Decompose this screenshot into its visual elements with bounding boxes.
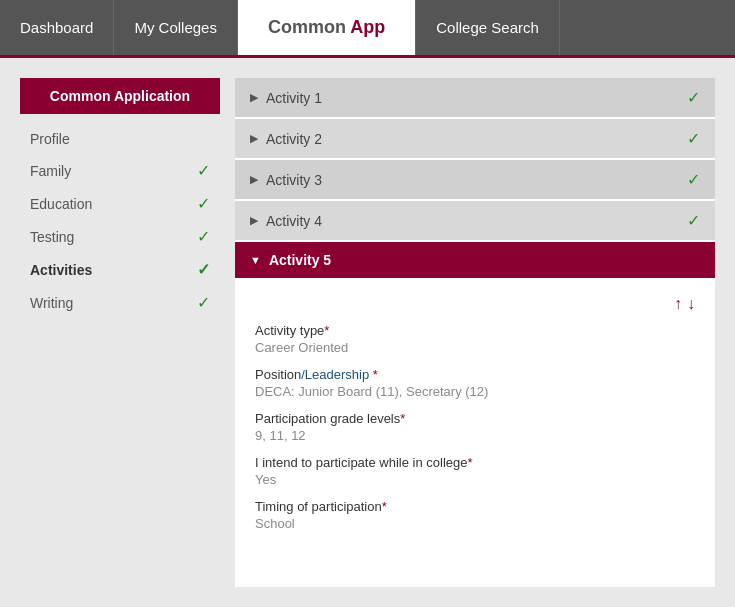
field-timing-required: * bbox=[382, 499, 387, 514]
sidebar-item-education-check: ✓ bbox=[197, 194, 210, 213]
activity-row-1-left: ▶ Activity 1 bbox=[250, 90, 322, 106]
activity-3-label: Activity 3 bbox=[266, 172, 322, 188]
sidebar-item-writing-label: Writing bbox=[30, 295, 73, 311]
sidebar-header: Common Application bbox=[20, 78, 220, 114]
activity-row-2[interactable]: ▶ Activity 2 ✓ bbox=[235, 119, 715, 160]
activity-row-5-left: ▼ Activity 5 bbox=[250, 252, 331, 268]
activity-row-2-left: ▶ Activity 2 bbox=[250, 131, 322, 147]
activity-row-4[interactable]: ▶ Activity 4 ✓ bbox=[235, 201, 715, 242]
sidebar-item-education-label: Education bbox=[30, 196, 92, 212]
activity-3-check: ✓ bbox=[687, 170, 700, 189]
top-nav: Dashboard My Colleges Common App College… bbox=[0, 0, 735, 58]
sidebar: Common Application Profile Family ✓ Educ… bbox=[20, 78, 220, 587]
activity-2-arrow-icon: ▶ bbox=[250, 132, 258, 145]
field-position-leadership: Position/Leadership * DECA: Junior Board… bbox=[255, 367, 695, 399]
field-participate-text: I intend to participate while in college bbox=[255, 455, 467, 470]
field-timing-participation: Timing of participation* School bbox=[255, 499, 695, 531]
activity-1-arrow-icon: ▶ bbox=[250, 91, 258, 104]
tab-common-app-label: Common App bbox=[268, 17, 385, 38]
sidebar-item-activities-label: Activities bbox=[30, 262, 92, 278]
field-timing-value: School bbox=[255, 516, 695, 531]
tab-dashboard[interactable]: Dashboard bbox=[0, 0, 114, 55]
main-content: Common Application Profile Family ✓ Educ… bbox=[0, 58, 735, 607]
field-activity-type: Activity type* Career Oriented bbox=[255, 323, 695, 355]
sort-arrows: ↑ ↓ bbox=[255, 290, 695, 323]
activity-5-label: Activity 5 bbox=[269, 252, 331, 268]
field-position-text: Position bbox=[255, 367, 301, 382]
field-participate-required: * bbox=[467, 455, 472, 470]
field-slash: /Leadership bbox=[301, 367, 369, 382]
sidebar-item-writing[interactable]: Writing ✓ bbox=[20, 286, 220, 319]
activity-row-5[interactable]: ▼ Activity 5 bbox=[235, 242, 715, 280]
sidebar-item-testing-check: ✓ bbox=[197, 227, 210, 246]
activity-row-3-left: ▶ Activity 3 bbox=[250, 172, 322, 188]
activity-4-check: ✓ bbox=[687, 211, 700, 230]
field-position-value: DECA: Junior Board (11), Secretary (12) bbox=[255, 384, 695, 399]
field-activity-type-required: * bbox=[324, 323, 329, 338]
field-position-leadership-label: Position/Leadership * bbox=[255, 367, 695, 382]
sidebar-item-profile-label: Profile bbox=[30, 131, 70, 147]
field-participation-grade-value: 9, 11, 12 bbox=[255, 428, 695, 443]
tab-college-search[interactable]: College Search bbox=[416, 0, 560, 55]
tab-common-app[interactable]: Common App bbox=[238, 0, 416, 55]
sidebar-item-education[interactable]: Education ✓ bbox=[20, 187, 220, 220]
field-activity-type-label: Activity type* bbox=[255, 323, 695, 338]
activity-5-arrow-icon: ▼ bbox=[250, 254, 261, 266]
activity-2-check: ✓ bbox=[687, 129, 700, 148]
field-timing-label: Timing of participation* bbox=[255, 499, 695, 514]
activity-4-arrow-icon: ▶ bbox=[250, 214, 258, 227]
tab-college-search-label: College Search bbox=[436, 19, 539, 36]
sidebar-item-profile[interactable]: Profile bbox=[20, 124, 220, 154]
field-participate-college-label: I intend to participate while in college… bbox=[255, 455, 695, 470]
activity-row-3[interactable]: ▶ Activity 3 ✓ bbox=[235, 160, 715, 201]
activities-panel: ▶ Activity 1 ✓ ▶ Activity 2 ✓ ▶ Activity… bbox=[235, 78, 715, 587]
field-position-required: * bbox=[369, 367, 378, 382]
sort-down-icon[interactable]: ↓ bbox=[687, 295, 695, 313]
tab-my-colleges[interactable]: My Colleges bbox=[114, 0, 238, 55]
activity-2-label: Activity 2 bbox=[266, 131, 322, 147]
sidebar-item-testing[interactable]: Testing ✓ bbox=[20, 220, 220, 253]
activity-1-check: ✓ bbox=[687, 88, 700, 107]
activity-1-label: Activity 1 bbox=[266, 90, 322, 106]
field-participate-college-value: Yes bbox=[255, 472, 695, 487]
sidebar-item-activities-check: ✓ bbox=[197, 260, 210, 279]
sidebar-item-family-label: Family bbox=[30, 163, 71, 179]
field-participation-text: Participation grade levels bbox=[255, 411, 400, 426]
sidebar-item-family[interactable]: Family ✓ bbox=[20, 154, 220, 187]
activity-3-arrow-icon: ▶ bbox=[250, 173, 258, 186]
field-participation-grade: Participation grade levels* 9, 11, 12 bbox=[255, 411, 695, 443]
field-activity-type-text: Activity type bbox=[255, 323, 324, 338]
activity-4-label: Activity 4 bbox=[266, 213, 322, 229]
sidebar-item-family-check: ✓ bbox=[197, 161, 210, 180]
activity-5-detail: ↑ ↓ Activity type* Career Oriented Posit… bbox=[235, 280, 715, 558]
sort-up-icon[interactable]: ↑ bbox=[674, 295, 682, 313]
field-participate-college: I intend to participate while in college… bbox=[255, 455, 695, 487]
sidebar-item-testing-label: Testing bbox=[30, 229, 74, 245]
activity-row-1[interactable]: ▶ Activity 1 ✓ bbox=[235, 78, 715, 119]
field-timing-text: Timing of participation bbox=[255, 499, 382, 514]
field-participation-grade-label: Participation grade levels* bbox=[255, 411, 695, 426]
field-participation-required: * bbox=[400, 411, 405, 426]
field-activity-type-value: Career Oriented bbox=[255, 340, 695, 355]
tab-my-colleges-label: My Colleges bbox=[134, 19, 217, 36]
activity-row-4-left: ▶ Activity 4 bbox=[250, 213, 322, 229]
sidebar-item-writing-check: ✓ bbox=[197, 293, 210, 312]
tab-dashboard-label: Dashboard bbox=[20, 19, 93, 36]
sidebar-item-activities[interactable]: Activities ✓ bbox=[20, 253, 220, 286]
